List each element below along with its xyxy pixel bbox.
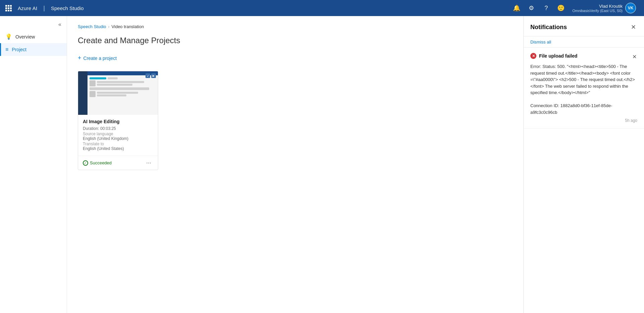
nav-separator: | <box>43 5 45 12</box>
thumb-corner-icon-2: ▶ <box>151 73 156 78</box>
thumb-row-4 <box>90 91 156 97</box>
project-name: AI Image Editing <box>83 119 153 124</box>
notifications-list: ✕ File upload failed ✕ Error: Status: 50… <box>524 48 644 313</box>
thumb-bar-6 <box>97 94 126 96</box>
feedback-button[interactable]: 🙂 <box>555 2 567 14</box>
project-translate-lang: English (United States) <box>83 146 153 151</box>
thumb-bar-gray <box>108 77 118 79</box>
notification-item-title: File upload failed <box>539 53 577 59</box>
bell-button[interactable]: 🔔 <box>511 2 523 14</box>
app-name-label: Speech Studio <box>51 5 84 11</box>
notifications-panel: Notifications ✕ Dismiss all ✕ File uploa… <box>523 16 644 313</box>
create-project-label: Create a project <box>83 56 117 61</box>
thumb-row-2 <box>90 80 156 86</box>
project-thumbnail: ↙ ▶ <box>78 71 158 115</box>
notification-item-header: ✕ File upload failed ✕ <box>530 53 637 61</box>
thumb-icon-box-2 <box>90 91 96 97</box>
project-card[interactable]: ↙ ▶ AI Image Editing Duration: 00:03:25 … <box>78 71 158 170</box>
project-translate-label: Translate to <box>83 142 153 146</box>
project-status-label: Succeeded <box>90 160 112 165</box>
breadcrumb: Speech Studio › Video translation <box>78 24 513 29</box>
projects-grid: ↙ ▶ AI Image Editing Duration: 00:03:25 … <box>78 71 513 170</box>
user-org: OmnibasisVerify (East US, S0) <box>572 9 623 13</box>
overview-icon: 💡 <box>5 33 12 40</box>
notifications-title: Notifications <box>530 24 567 31</box>
thumb-corner-icon-1: ↙ <box>145 73 150 78</box>
error-icon: ✕ <box>530 53 536 59</box>
breadcrumb-current: Video translation <box>112 24 144 29</box>
project-status: ✓ Succeeded <box>83 160 112 166</box>
user-name: Vlad Kroutik <box>599 4 623 9</box>
project-footer: ✓ Succeeded ··· <box>78 156 158 170</box>
help-button[interactable]: ? <box>540 2 552 14</box>
thumb-bar-5 <box>97 92 138 94</box>
collapse-sidebar-button[interactable]: « <box>57 20 63 29</box>
user-avatar: VK <box>625 3 636 13</box>
sidebar-item-project-label: Project <box>12 47 26 52</box>
waffle-icon[interactable] <box>5 5 12 11</box>
thumb-bar-4 <box>90 87 149 90</box>
sidebar: « 💡 Overview ≡ Project <box>0 16 67 313</box>
project-icon: ≡ <box>5 47 8 53</box>
project-duration: Duration: 00:03:25 <box>83 126 153 131</box>
user-menu[interactable]: Vlad Kroutik OmnibasisVerify (East US, S… <box>570 1 639 15</box>
project-source-label: Source language <box>83 132 153 136</box>
page-title: Create and Manage Projects <box>78 36 513 45</box>
project-info: AI Image Editing Duration: 00:03:25 Sour… <box>78 115 158 156</box>
nav-right: 🔔 ⚙ ? 🙂 Vlad Kroutik OmnibasisVerify (Ea… <box>511 1 639 15</box>
thumb-sidebar <box>78 71 87 115</box>
breadcrumb-parent-link[interactable]: Speech Studio <box>78 24 106 29</box>
project-more-button[interactable]: ··· <box>144 159 153 167</box>
sidebar-item-project[interactable]: ≡ Project <box>0 43 67 56</box>
thumb-row-3 <box>90 87 156 90</box>
thumb-bar-2 <box>97 81 144 83</box>
top-navigation: Azure AI | Speech Studio 🔔 ⚙ ? 🙂 Vlad Kr… <box>0 0 644 16</box>
plus-icon: + <box>78 55 81 62</box>
dismiss-all-button[interactable]: Dismiss all <box>530 40 551 45</box>
notifications-close-button[interactable]: ✕ <box>630 22 637 32</box>
main-content: Speech Studio › Video translation Create… <box>67 16 523 313</box>
thumb-icon-box <box>90 80 96 86</box>
thumb-corner-icons: ↙ ▶ <box>145 73 156 78</box>
notification-item: ✕ File upload failed ✕ Error: Status: 50… <box>524 48 644 129</box>
user-details: Vlad Kroutik OmnibasisVerify (East US, S… <box>572 4 623 13</box>
create-project-button[interactable]: + Create a project <box>78 53 513 63</box>
notification-title-row: ✕ File upload failed <box>530 53 577 59</box>
sidebar-collapse-section: « <box>0 16 67 30</box>
azure-ai-label: Azure AI <box>18 5 37 11</box>
notification-timestamp: 5h ago <box>530 118 637 123</box>
settings-button[interactable]: ⚙ <box>525 2 537 14</box>
thumb-bar-3 <box>97 84 132 86</box>
notification-dismiss-button[interactable]: ✕ <box>632 53 637 61</box>
status-icon-ok: ✓ <box>83 160 88 166</box>
breadcrumb-separator: › <box>108 24 110 29</box>
sidebar-item-overview-label: Overview <box>15 34 35 40</box>
project-source-lang: English (United Kingdom) <box>83 136 153 141</box>
nav-left: Azure AI | Speech Studio <box>5 5 511 12</box>
sidebar-item-overview[interactable]: 💡 Overview <box>0 30 67 43</box>
main-layout: « 💡 Overview ≡ Project Speech Studio › V… <box>0 16 644 313</box>
thumb-content <box>87 75 158 115</box>
thumb-bar-teal <box>90 77 106 79</box>
notifications-header: Notifications ✕ <box>524 16 644 36</box>
dismiss-all-section: Dismiss all <box>524 36 644 48</box>
notification-body: Error: Status: 500. "<html><head><title>… <box>530 63 637 115</box>
